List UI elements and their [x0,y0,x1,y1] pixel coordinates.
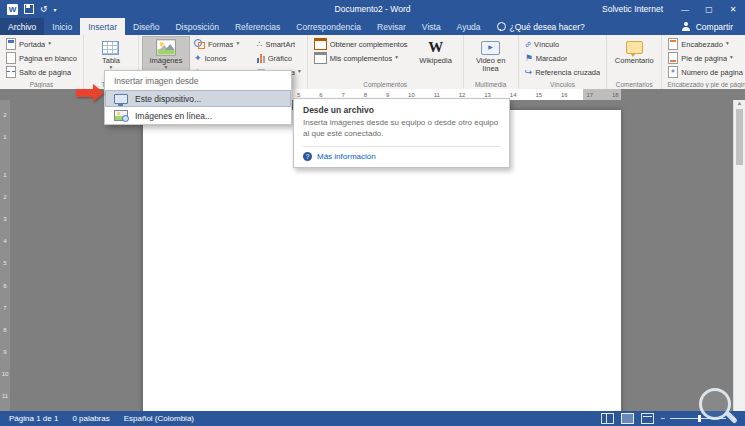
ruler-tick-number: 13 [484,92,491,98]
encabezado-button[interactable]: Encabezado ▾ [666,37,745,51]
comentario-button[interactable]: Comentario [611,37,657,66]
undo-icon[interactable]: ↺ [40,5,48,14]
pagina-en-blanco-button[interactable]: Página en blanco [4,51,79,65]
language-status[interactable]: Español (Colombia) [124,414,194,423]
window-title: Documento2 - Word [335,4,411,14]
ruler-tick-number: 6 [319,92,322,98]
save-icon[interactable] [24,4,34,14]
this-device-icon [114,94,128,104]
vertical-scrollbar[interactable]: ▲ [733,100,745,411]
vinculo-button[interactable]: ∞ Vínculo [523,37,603,51]
tell-me-box[interactable]: ¿Qué desea hacer? [489,18,593,35]
store-icon [314,38,327,50]
imagenes-dropdown-menu: Insertar imagen desde Este dispositivo..… [104,70,292,125]
dropdown-caret-icon: ▾ [395,55,398,61]
formas-button[interactable]: Formas ▾ [192,37,252,51]
grafico-button[interactable]: Gráfico [255,51,303,65]
page-count-status[interactable]: Página 1 de 1 [9,414,58,423]
ruler-tick-number: 16 [561,92,568,98]
zoom-control: − + [661,414,736,423]
group-label-multimedia: Multimedia [464,81,518,88]
signed-in-user[interactable]: Solvetic Internet [602,4,663,14]
dropdown-caret-icon: ▾ [236,41,239,47]
tab-referencias[interactable]: Referencias [227,18,288,35]
ruler-tick-number: 4 [3,238,6,244]
bookmark-icon: ⚑ [525,54,533,63]
zoom-out-button[interactable]: − [661,414,666,423]
salto-de-pagina-button[interactable]: Salto de página [4,65,79,79]
share-label: Compartir [696,22,733,32]
group-label-comentarios: Comentarios [607,81,661,88]
tab-correspondencia[interactable]: Correspondencia [288,18,369,35]
wikipedia-button[interactable]: W Wikipedia [413,37,459,66]
marcador-button[interactable]: ⚑ Marcador [523,51,603,65]
tab-diseno[interactable]: Diseño [125,18,167,35]
group-label-encabezado: Encabezado y pie de página [662,81,745,88]
tab-vista[interactable]: Vista [414,18,449,35]
share-button[interactable]: Compartir [670,18,745,35]
menu-header: Insertar imagen desde [105,71,291,90]
minimize-button[interactable]: — [673,0,697,18]
maximize-button[interactable]: ▢ [697,0,721,18]
scroll-up-icon[interactable]: ▲ [737,100,743,106]
menu-item-este-dispositivo[interactable]: Este dispositivo... [105,90,291,107]
scrollbar-thumb[interactable] [736,109,743,165]
ribbon-group-vinculos: ∞ Vínculo ⚑ Marcador ↪ Referencia cruzad… [519,35,608,89]
pie-de-pagina-button[interactable]: Pie de página ▾ [666,51,745,65]
ruler-tick-number: 2 [3,112,6,118]
read-mode-view-button[interactable] [601,413,614,424]
page-number-icon [668,66,678,78]
picture-icon [155,39,177,56]
zoom-slider[interactable] [670,418,726,419]
red-pointer-arrow [76,84,104,102]
ruler-tick-number: 12 [459,92,466,98]
word-count-status[interactable]: 0 palabras [72,414,109,423]
close-button[interactable]: ✕ [721,0,745,18]
tab-ayuda[interactable]: Ayuda [449,18,489,35]
tab-inicio[interactable]: Inicio [44,18,80,35]
ribbon-group-encabezado: Encabezado ▾ Pie de página ▾ Número de p… [662,35,745,89]
word-window: W ↺ ▾ Documento2 - Word Solvetic Interne… [0,0,745,426]
lightbulb-icon [497,22,506,31]
print-layout-view-button[interactable] [621,413,634,424]
zoom-in-button[interactable]: + [731,414,736,423]
portada-button[interactable]: Portada ▾ [4,37,79,51]
video-en-linea-button[interactable]: ▶ Video en línea [468,37,514,75]
ruler-tick-number: 1 [3,172,6,178]
word-logo-icon: W [7,4,18,15]
title-bar-right: Solvetic Internet — ▢ ✕ [602,0,745,18]
tab-revisar[interactable]: Revisar [369,18,414,35]
web-layout-view-button[interactable] [641,413,654,424]
ruler-tick-number: 5 [3,260,6,266]
icons-icon: ✦ [194,54,202,63]
tab-archivo[interactable]: Archivo [0,18,44,35]
qat-customize-caret-icon[interactable]: ▾ [54,6,57,13]
tabla-button[interactable]: Tabla ▾ [88,37,134,72]
link-icon: ∞ [522,39,533,50]
ribbon-tab-row: Archivo Inicio Insertar Diseño Disposici… [0,18,745,35]
my-addins-icon [314,52,327,64]
mis-complementos-button[interactable]: Mis complementos ▾ [312,51,410,65]
obtener-complementos-button[interactable]: Obtener complementos [312,37,410,51]
online-pictures-icon [114,110,128,121]
smartart-button[interactable]: ∴ SmartArt [255,37,303,51]
tab-disposicion[interactable]: Disposición [167,18,226,35]
referencia-cruzada-button[interactable]: ↪ Referencia cruzada [523,65,603,79]
imagenes-button[interactable]: Imágenes ▾ [143,37,189,72]
numero-de-pagina-button[interactable]: Número de página ▾ [666,65,745,79]
ruler-tick-number: 14 [510,92,517,98]
tooltip-help-link[interactable]: ? Más información [303,152,500,161]
ruler-tick-number: 11 [434,92,440,98]
menu-item-tooltip: Desde un archivo Inserta imágenes desde … [293,98,510,168]
tooltip-title: Desde un archivo [303,105,500,115]
chart-icon [257,53,265,63]
ruler-tick-number: 11 [2,393,8,399]
zoom-slider-thumb[interactable] [698,415,701,422]
tab-insertar[interactable]: Insertar [80,18,125,35]
iconos-button[interactable]: ✦ Iconos [192,51,252,65]
ribbon-group-comentarios: Comentario Comentarios [607,35,662,89]
menu-item-imagenes-en-linea[interactable]: Imágenes en línea... [105,107,291,124]
wikipedia-icon: W [428,40,443,55]
ruler-tick-number: 5 [297,92,300,98]
vertical-ruler[interactable]: 211234567891011 [0,100,10,411]
